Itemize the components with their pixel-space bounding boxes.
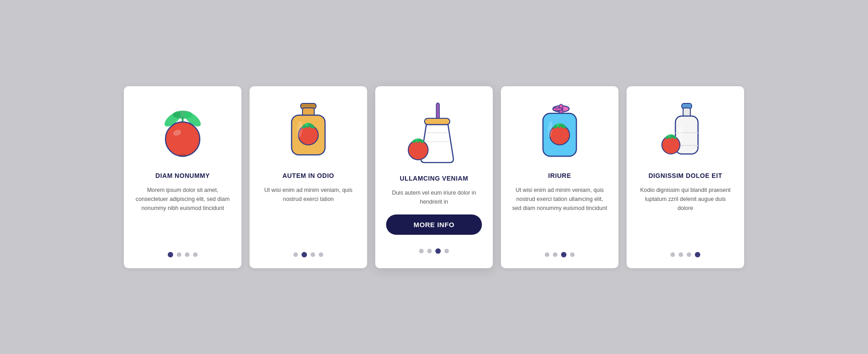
svg-rect-27 <box>553 108 562 111</box>
dot-1-0 <box>168 252 173 257</box>
card-iriure: IRIURE Ut wisi enim ad minim veniam, qui… <box>501 86 618 268</box>
dot-2-3 <box>319 252 323 257</box>
card-5-icon-area <box>656 100 715 163</box>
dot-3-2 <box>435 248 441 254</box>
dot-4-0 <box>545 252 549 257</box>
svg-rect-33 <box>559 125 560 128</box>
card-autem-in-odio: AUTEM IN ODIO Ut wisi enim ad minim veni… <box>250 86 367 268</box>
dot-3-3 <box>444 249 449 253</box>
cards-container: DIAM NONUMMY Morem ipsum dolor sit amet,… <box>124 86 744 268</box>
dot-1-3 <box>193 252 198 257</box>
card-4-title: IRIURE <box>548 172 571 179</box>
svg-rect-14 <box>307 125 309 128</box>
svg-point-6 <box>179 154 186 157</box>
svg-rect-17 <box>425 118 450 125</box>
card-ullamcing-veniam: ULLAMCING VENIAM Duis autem vel eum iriu… <box>375 86 493 268</box>
dot-4-1 <box>553 252 557 257</box>
dot-2-2 <box>311 252 315 257</box>
card-2-desc: Ut wisi enim ad minim veniam, quis nostr… <box>260 186 356 242</box>
tomato-leaves-icon <box>156 102 210 161</box>
card-diam-nonummy: DIAM NONUMMY Morem ipsum dolor sit amet,… <box>124 86 241 268</box>
more-info-button[interactable]: MORE INFO <box>386 214 482 235</box>
svg-rect-24 <box>417 140 419 143</box>
dot-1-2 <box>185 252 189 257</box>
dot-3-1 <box>427 249 432 253</box>
card-3-icon-area <box>405 102 463 166</box>
svg-rect-38 <box>675 132 698 133</box>
dot-3-0 <box>419 249 424 253</box>
dot-5-3 <box>695 252 700 257</box>
dot-2-0 <box>293 252 298 257</box>
card-2-title: AUTEM IN ODIO <box>283 172 335 179</box>
card-dignissim-doloe-eit: DIGNISSIM DOLOE EIT Kodio dignissim qui … <box>627 86 744 268</box>
pump-bottle-icon <box>535 100 585 163</box>
dot-4-3 <box>570 252 575 257</box>
dot-5-1 <box>679 252 683 257</box>
card-3-dots <box>419 248 449 254</box>
card-4-dots <box>545 252 575 257</box>
card-5-dots <box>670 252 700 257</box>
card-4-desc: Ut wisi enim ad minim veniam, quis nostr… <box>512 186 608 242</box>
cup-tomato-icon <box>405 101 463 167</box>
card-1-dots <box>168 252 198 257</box>
dot-5-0 <box>670 252 675 257</box>
card-1-title: DIAM NONUMMY <box>156 172 210 179</box>
svg-point-45 <box>679 126 683 142</box>
card-4-icon-area <box>530 100 589 163</box>
card-2-icon-area <box>279 100 338 163</box>
card-3-title: ULLAMCING VENIAM <box>400 175 468 182</box>
dot-2-1 <box>302 252 307 257</box>
sauce-bottle-icon <box>283 100 333 163</box>
dot-5-2 <box>687 252 691 257</box>
card-1-icon-area <box>153 100 212 163</box>
card-5-title: DIGNISSIM DOLOE EIT <box>648 172 722 179</box>
dot-4-2 <box>561 252 566 257</box>
card-1-desc: Morem ipsum dolor sit amet, consectetuer… <box>135 186 231 242</box>
svg-point-4 <box>165 122 200 156</box>
svg-rect-44 <box>670 136 671 139</box>
bottle-tomato-icon <box>658 100 712 163</box>
card-5-desc: Kodio dignissim qui blandit praesent lup… <box>637 186 733 242</box>
card-3-desc: Duis autem vel eum iriure dolor in hendr… <box>386 188 482 206</box>
card-2-dots <box>293 252 323 257</box>
dot-1-1 <box>177 252 181 257</box>
